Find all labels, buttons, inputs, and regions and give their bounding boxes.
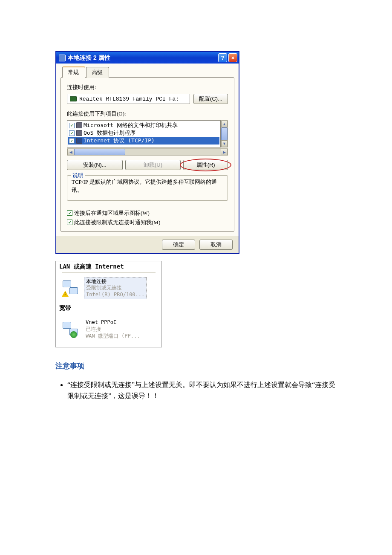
- checkbox-icon[interactable]: [69, 123, 75, 128]
- scroll-up-arrow-icon[interactable]: ▲: [221, 121, 228, 127]
- vertical-scrollbar[interactable]: ▲ ▼: [221, 120, 228, 147]
- connection-device: WAN 微型端口 (PP...: [86, 333, 140, 340]
- dialog-body: 常规 高级 连接时使用: Realtek RTL8139 Family PCI …: [56, 64, 239, 236]
- list-item[interactable]: QoS 数据包计划程序: [68, 129, 219, 137]
- horizontal-scrollbar[interactable]: ◀ ▶: [67, 148, 228, 156]
- lan-section-heading: LAN 或高速 Internet: [56, 261, 161, 272]
- notes-list: “连接受限制或无连接”与上述设置无关。即不要认为如果不进行上述设置就会导致“连接…: [67, 379, 337, 401]
- properties-button[interactable]: 属性(R): [183, 160, 228, 170]
- tab-strip: 常规 高级: [62, 66, 234, 77]
- install-button[interactable]: 安装(N)...: [67, 160, 123, 170]
- component-icon: [76, 130, 82, 136]
- description-legend: 说明: [71, 172, 85, 179]
- description-text: TCP/IP 是默认的广域网协议。它提供跨越多种互联网络的通讯。: [72, 178, 223, 194]
- nic-icon: [70, 96, 77, 101]
- cancel-button[interactable]: 取消: [199, 240, 233, 250]
- show-icon-checkline[interactable]: 连接后在通知区域显示图标(W): [67, 209, 228, 217]
- configure-button[interactable]: 配置(C)...: [193, 94, 228, 104]
- list-item-label: Microsoft 网络的文件和打印机共享: [84, 121, 178, 129]
- network-connections-panel: LAN 或高速 Internet 本地连接 受限制或无连接 Intel(R) P…: [55, 261, 162, 348]
- dialog-footer: 确定 取消: [56, 236, 239, 253]
- notes-heading: 注意事项: [55, 361, 337, 371]
- checkbox-icon[interactable]: [69, 138, 75, 144]
- scroll-track[interactable]: [74, 149, 221, 155]
- tab-general[interactable]: 常规: [62, 66, 85, 78]
- checkbox-icon[interactable]: [69, 130, 75, 136]
- adapter-name-text: Realtek RTL8139 Family PCI Fa:: [79, 96, 179, 102]
- show-icon-label: 连接后在通知区域显示图标(W): [74, 209, 150, 217]
- connection-name: 本地连接: [86, 278, 144, 285]
- dialog-titlebar[interactable]: 本地连接 2 属性 ? ×: [56, 52, 239, 64]
- tab-advanced[interactable]: 高级: [86, 67, 109, 78]
- section-divider: [62, 314, 156, 314]
- dialog-title: 本地连接 2 属性: [68, 54, 218, 62]
- scroll-thumb[interactable]: [74, 149, 125, 155]
- broadband-section-heading: 宽带: [56, 303, 161, 313]
- uses-items-label: 此连接使用下列项目(O):: [67, 110, 228, 118]
- components-listbox[interactable]: Microsoft 网络的文件和打印机共享 QoS 数据包计划程序 Intern…: [67, 120, 221, 147]
- adapter-name-box: Realtek RTL8139 Family PCI Fa:: [67, 94, 190, 104]
- list-item-label: Internet 协议 (TCP/IP): [84, 137, 155, 145]
- list-item-label: QoS 数据包计划程序: [84, 129, 135, 137]
- connection-properties-dialog: 本地连接 2 属性 ? × 常规 高级 连接时使用: Realtek RTL81…: [55, 51, 239, 254]
- scroll-down-arrow-icon[interactable]: ▼: [221, 140, 228, 147]
- connection-name: Vnet_PPPoE: [86, 319, 140, 326]
- connection-status: 受限制或无连接: [86, 285, 144, 292]
- tab-panel-general: 连接时使用: Realtek RTL8139 Family PCI Fa: 配置…: [61, 77, 234, 232]
- component-icon: [76, 138, 82, 144]
- close-button[interactable]: ×: [228, 53, 237, 62]
- scroll-thumb[interactable]: [221, 127, 228, 140]
- checkbox-icon[interactable]: [67, 220, 72, 225]
- scroll-right-arrow-icon[interactable]: ▶: [221, 149, 228, 155]
- scroll-left-arrow-icon[interactable]: ◀: [67, 149, 74, 155]
- description-fieldset: 说明 TCP/IP 是默认的广域网协议。它提供跨越多种互联网络的通讯。: [67, 175, 228, 201]
- connection-device: Intel(R) PRO/100...: [86, 292, 144, 298]
- notes-bullet: “连接受限制或无连接”与上述设置无关。即不要认为如果不进行上述设置就会导致“连接…: [67, 379, 337, 401]
- component-icon: [76, 122, 82, 128]
- help-button[interactable]: ?: [218, 53, 227, 62]
- notify-limited-checkline[interactable]: 此连接被限制或无连接时通知我(M): [67, 219, 228, 226]
- connection-status: 已连接: [86, 326, 140, 333]
- lan-connection-icon: [62, 280, 81, 297]
- section-divider: [62, 272, 156, 273]
- notify-limited-label: 此连接被限制或无连接时通知我(M): [74, 219, 160, 226]
- list-item[interactable]: Internet 协议 (TCP/IP): [68, 137, 219, 145]
- connect-using-label: 连接时使用:: [67, 84, 228, 91]
- broadband-connection-icon: [62, 321, 81, 338]
- uninstall-button[interactable]: 卸载(U): [125, 160, 181, 170]
- dialog-app-icon: [59, 55, 66, 61]
- broadband-connection-item[interactable]: Vnet_PPPoE 已连接 WAN 微型端口 (PP...: [56, 317, 161, 344]
- checkbox-icon[interactable]: [67, 210, 72, 216]
- lan-connection-item[interactable]: 本地连接 受限制或无连接 Intel(R) PRO/100...: [56, 275, 161, 303]
- ok-button[interactable]: 确定: [162, 240, 195, 250]
- list-item[interactable]: Microsoft 网络的文件和打印机共享: [68, 121, 219, 129]
